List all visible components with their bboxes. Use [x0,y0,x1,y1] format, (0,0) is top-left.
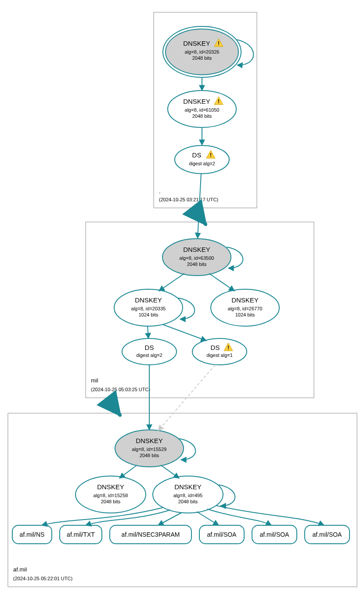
svg-text:alg=8, id=495: alg=8, id=495 [173,493,203,498]
zone-label-afmil: af.mil [13,566,27,573]
svg-text:af.mil/SOA: af.mil/SOA [260,531,290,538]
svg-text:DNSKEY: DNSKEY [136,437,163,444]
edge-mil-zsk1-to-ds2 [162,324,206,341]
svg-text:DS: DS [211,344,220,351]
zone-ts-mil: (2024-10-25 05:03:25 UTC) [91,387,150,392]
node-root-ksk: DNSKEY alg=8, id=20326 2048 bits ! [163,26,253,77]
svg-text:af.mil/SOA: af.mil/SOA [313,531,342,538]
zone-label-root: . [159,188,161,195]
svg-text:digest alg=2: digest alg=2 [136,353,162,358]
svg-text:af.mil/SOA: af.mil/SOA [207,531,237,538]
svg-text:2048 bits: 2048 bits [187,262,207,267]
svg-text:alg=8, id=15258: alg=8, id=15258 [94,493,128,498]
dnssec-diagram: af.mil (2024-10-25 05:22:01 UTC) mil (20… [0,0,364,600]
svg-text:1024 bits: 1024 bits [139,312,159,317]
node-root-ds: DS digest alg=2 ! [175,145,229,174]
node-mil-zsk2: DNSKEY alg=8, id=26770 1024 bits [211,289,279,326]
svg-text:DNSKEY: DNSKEY [183,98,210,105]
edge-af-ksk-to-zsk1 [119,465,137,478]
svg-text:af.mil/NS: af.mil/NS [20,531,45,538]
svg-text:af.mil/TXT: af.mil/TXT [67,531,95,538]
svg-text:DNSKEY: DNSKEY [231,296,259,304]
svg-text:2048 bits: 2048 bits [192,113,212,119]
node-root-zsk: DNSKEY alg=8, id=61050 2048 bits ! [168,91,236,127]
svg-text:alg=8, id=26770: alg=8, id=26770 [228,306,263,311]
svg-text:digest alg=1: digest alg=1 [206,353,233,358]
edge-delegation-mil-to-afmil [108,399,120,415]
svg-text:DNSKEY: DNSKEY [174,483,202,491]
zone-ts-root: (2024-10-25 03:21:17 UTC) [159,197,218,202]
svg-text:!: ! [218,98,220,105]
svg-text:alg=8, id=61050: alg=8, id=61050 [185,107,220,113]
edge-root-ds-to-mil-ksk [198,174,201,238]
zone-label-mil: mil [91,377,98,384]
svg-point-27 [122,338,177,365]
rrset-af-nsec3param: af.mil/NSEC3PARAM [110,525,191,544]
svg-text:DNSKEY: DNSKEY [135,296,162,304]
svg-text:!: ! [218,40,220,47]
svg-text:2048 bits: 2048 bits [192,55,212,61]
edge-mil-ksk-to-zsk1 [159,273,184,291]
svg-text:alg=8, id=20326: alg=8, id=20326 [185,49,220,55]
svg-text:alg=8, id=63500: alg=8, id=63500 [180,255,214,261]
svg-point-11 [175,145,229,174]
node-mil-zsk1: DNSKEY alg=8, id=20335 1024 bits [114,289,195,326]
rrset-af-soa-2: af.mil/SOA [252,525,297,544]
svg-text:DNSKEY: DNSKEY [97,483,124,491]
edge-af-ksk-to-zsk2 [161,465,179,478]
edge-af-zsk2-to-soa2 [207,509,271,525]
edge-mil-ksk-to-zsk2 [209,273,234,291]
node-mil-ds1: DS digest alg=2 [122,338,177,365]
svg-text:!: ! [227,345,229,351]
svg-text:2048 bits: 2048 bits [140,453,159,458]
node-af-zsk2: DNSKEY alg=8, id=495 2048 bits [153,476,235,513]
svg-text:2048 bits: 2048 bits [178,499,198,504]
edge-af-zsk2-to-soa1 [197,512,219,525]
svg-point-30 [192,338,247,365]
node-af-zsk1: DNSKEY alg=8, id=15258 2048 bits [76,476,146,513]
svg-text:DNSKEY: DNSKEY [183,40,210,47]
rrset-af-txt: af.mil/TXT [60,525,102,544]
edge-af-zsk2-to-nsec3 [158,513,182,525]
zone-ts-afmil: (2024-10-25 05:22:01 UTC) [13,576,72,581]
svg-text:1024 bits: 1024 bits [235,312,255,317]
svg-text:alg=8, id=20335: alg=8, id=20335 [131,306,166,311]
svg-text:DS: DS [145,344,154,351]
svg-text:DNSKEY: DNSKEY [183,246,210,253]
svg-text:alg=8, id=15529: alg=8, id=15529 [132,447,167,452]
svg-text:DS: DS [192,151,202,159]
svg-text:!: ! [210,152,212,158]
node-mil-ksk: DNSKEY alg=8, id=63500 2048 bits [162,239,243,276]
svg-text:2048 bits: 2048 bits [101,499,121,504]
rrset-af-soa-1: af.mil/SOA [199,525,244,544]
rrset-af-soa-3: af.mil/SOA [305,525,350,544]
edge-mil-zsk1-to-ds1 [148,326,148,338]
node-mil-ds2: DS digest alg=1 ! [192,338,247,365]
svg-text:digest alg=2: digest alg=2 [189,161,215,166]
node-af-ksk: DNSKEY alg=8, id=15529 2048 bits [115,430,195,467]
rrset-af-ns: af.mil/NS [12,525,52,544]
svg-text:af.mil/NSEC3PARAM: af.mil/NSEC3PARAM [122,531,180,538]
